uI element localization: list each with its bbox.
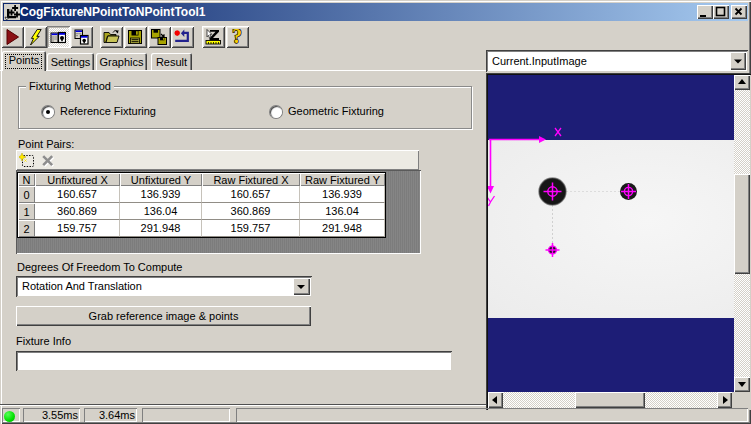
svg-text:?: ? [232, 29, 242, 45]
